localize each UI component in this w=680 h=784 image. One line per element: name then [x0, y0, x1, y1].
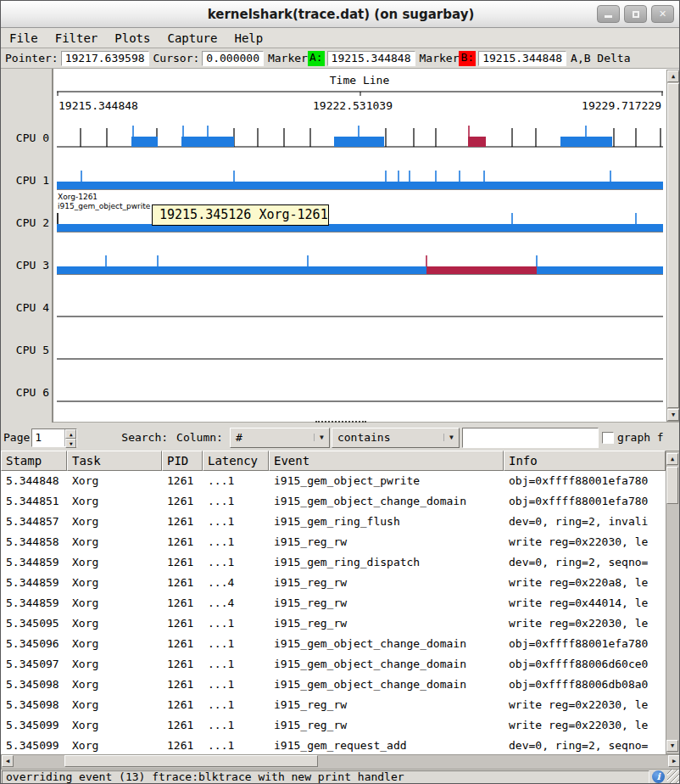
table-cell: 5.345096 — [1, 634, 67, 654]
cursor-label: Cursor: — [149, 52, 203, 64]
page-spinner[interactable]: 1 ▲▼ — [31, 428, 77, 447]
pointer-label: Pointer: — [1, 52, 61, 64]
table-row[interactable]: 5.344859Xorg1261...4i915_reg_rwwrite reg… — [1, 573, 666, 593]
table-cell: write reg=0x22030, le — [504, 715, 666, 736]
maximize-button[interactable] — [624, 5, 647, 23]
table-cell: write reg=0x22030, le — [504, 532, 666, 552]
marker-a-badge: A: — [308, 51, 325, 66]
page-up-icon[interactable]: ▲ — [65, 429, 76, 439]
table-cell: 5.344858 — [1, 532, 67, 552]
cpu2-event-name: i915_gem_object_pwrite — [58, 202, 150, 211]
hscrollbar-thumb[interactable] — [64, 755, 318, 767]
graph-scroll-down-icon[interactable]: ▼ — [667, 409, 679, 421]
column-header-latency[interactable]: Latency — [203, 451, 269, 471]
match-select[interactable]: contains ▼ — [332, 428, 460, 448]
table-row[interactable]: 5.345096Xorg1261...1i915_gem_object_chan… — [1, 634, 666, 654]
column-select[interactable]: # ▼ — [230, 428, 330, 448]
table-cell: Xorg — [67, 532, 162, 552]
timeline-plot — [1, 69, 680, 423]
table-row[interactable]: 5.344851Xorg1261...1i915_gem_object_chan… — [1, 491, 666, 512]
table-cell: i915_reg_rw — [269, 613, 504, 634]
column-header-stamp[interactable]: Stamp — [1, 451, 67, 471]
table-cell: 5.345099 — [1, 736, 67, 754]
table-cell: Xorg — [67, 593, 162, 613]
table-cell: ...1 — [203, 654, 269, 675]
table-row[interactable]: 5.345097Xorg1261...1i915_gem_object_chan… — [1, 654, 666, 675]
table-row[interactable]: 5.344857Xorg1261...1i915_gem_ring_flushd… — [1, 512, 666, 532]
page-down-icon[interactable]: ▼ — [65, 439, 76, 448]
table-row[interactable]: 5.345095Xorg1261...1i915_reg_rwwrite reg… — [1, 613, 666, 634]
marker-a-label: Marker — [264, 52, 308, 64]
column-header-info[interactable]: Info — [504, 451, 666, 471]
table-row[interactable]: 5.344859Xorg1261...1i915_gem_ring_dispat… — [1, 552, 666, 573]
table-cell: write reg=0x22030, le — [504, 695, 666, 715]
marker-info-bar: Pointer: 19217.639598 Cursor: 0.000000 M… — [1, 48, 680, 69]
graph-follows-label: graph f — [617, 431, 664, 444]
column-header-pid[interactable]: PID — [162, 451, 203, 471]
close-button[interactable]: ✕ — [651, 5, 674, 23]
table-row[interactable]: 5.344848Xorg1261...1i915_gem_object_pwri… — [1, 471, 666, 491]
cpu-row-label: CPU 5 — [1, 344, 49, 356]
menu-item-capture[interactable]: Capture — [159, 30, 226, 47]
table-cell: i915_gem_object_change_domain — [269, 675, 504, 695]
menu-bar: FileFilterPlotsCaptureHelp — [1, 28, 680, 48]
table-row[interactable]: 5.344858Xorg1261...1i915_reg_rwwrite reg… — [1, 532, 666, 552]
table-cell: ...1 — [203, 512, 269, 532]
menu-item-file[interactable]: File — [1, 30, 47, 47]
table-cell: 1261 — [162, 552, 203, 573]
table-cell: ...1 — [203, 613, 269, 634]
table-cell: obj=0xffff88006d60ce0 — [504, 654, 666, 675]
table-row[interactable]: 5.345098Xorg1261...1i915_reg_rwwrite reg… — [1, 695, 666, 715]
table-cell: 1261 — [162, 491, 203, 512]
table-cell: i915_reg_rw — [269, 695, 504, 715]
table-scrollbar-thumb[interactable] — [666, 467, 678, 504]
resize-grip[interactable] — [667, 770, 680, 784]
table-cell: 5.345099 — [1, 715, 67, 736]
column-label: Column: — [176, 431, 223, 444]
timestamp-start: 19215.344848 — [59, 99, 138, 112]
table-scroll-down-icon[interactable]: ▼ — [666, 740, 678, 752]
column-header-task[interactable]: Task — [67, 451, 162, 471]
table-cell: 5.344859 — [1, 593, 67, 613]
column-header-event[interactable]: Event — [269, 451, 504, 471]
table-cell: ...1 — [203, 634, 269, 654]
menu-item-plots[interactable]: Plots — [106, 30, 159, 47]
graph-scrollbar-thumb[interactable] — [667, 83, 679, 408]
table-scroll-up-icon[interactable]: ▲ — [666, 453, 678, 465]
table-row[interactable]: 5.345099Xorg1261...1i915_gem_request_add… — [1, 736, 666, 754]
table-cell: 1261 — [162, 532, 203, 552]
menu-item-filter[interactable]: Filter — [47, 30, 107, 47]
search-input[interactable] — [462, 428, 599, 448]
maximize-icon — [633, 11, 639, 18]
chevron-down-icon: ▼ — [314, 434, 329, 441]
table-row[interactable]: 5.344859Xorg1261...4i915_reg_rwwrite reg… — [1, 593, 666, 613]
minimize-button[interactable] — [597, 5, 620, 23]
graph-scroll-up-icon[interactable]: ▲ — [667, 70, 679, 82]
graph-follows-checkbox[interactable] — [602, 432, 614, 444]
table-cell: Xorg — [67, 654, 162, 675]
table-cell: write reg=0x220a8, le — [504, 573, 666, 593]
table-cell: Xorg — [67, 634, 162, 654]
cpu-row-label: CPU 1 — [1, 174, 49, 187]
search-label: Search: — [121, 431, 168, 444]
menu-item-help[interactable]: Help — [226, 30, 271, 47]
timeline-graph-panel[interactable]: CPU 0CPU 1CPU 2CPU 3CPU 4CPU 5CPU 6 Time… — [1, 69, 680, 423]
search-toolbar: Page 1 ▲▼ Search: Column: # ▼ contains ▼… — [1, 424, 680, 451]
table-cell: i915_gem_object_pwrite — [269, 471, 504, 491]
graph-vertical-scrollbar[interactable]: ▲ ▼ — [666, 70, 680, 422]
table-vertical-scrollbar[interactable]: ▲ ▼ — [666, 451, 680, 754]
info-icon[interactable]: i — [652, 770, 665, 783]
table-cell: obj=0xffff88001efa780 — [504, 491, 666, 512]
table-scroll-right-icon[interactable]: ▶ — [668, 755, 680, 767]
table-cell: 5.344857 — [1, 512, 67, 532]
table-cell: i915_gem_ring_flush — [269, 512, 504, 532]
table-scroll-left-icon[interactable]: ◀ — [2, 755, 14, 767]
table-row[interactable]: 5.345099Xorg1261...1i915_reg_rwwrite reg… — [1, 715, 666, 736]
table-cell: 5.345098 — [1, 695, 67, 715]
ab-delta-label: A,B Delta — [566, 52, 633, 64]
title-bar: kernelshark(trace.dat) (on sugarbay) ✕ — [1, 1, 680, 28]
table-cell: ...1 — [203, 552, 269, 573]
table-horizontal-scrollbar[interactable]: ◀ ▶ — [1, 754, 680, 770]
table-cell: i915_reg_rw — [269, 532, 504, 552]
table-row[interactable]: 5.345098Xorg1261...1i915_gem_object_chan… — [1, 675, 666, 695]
